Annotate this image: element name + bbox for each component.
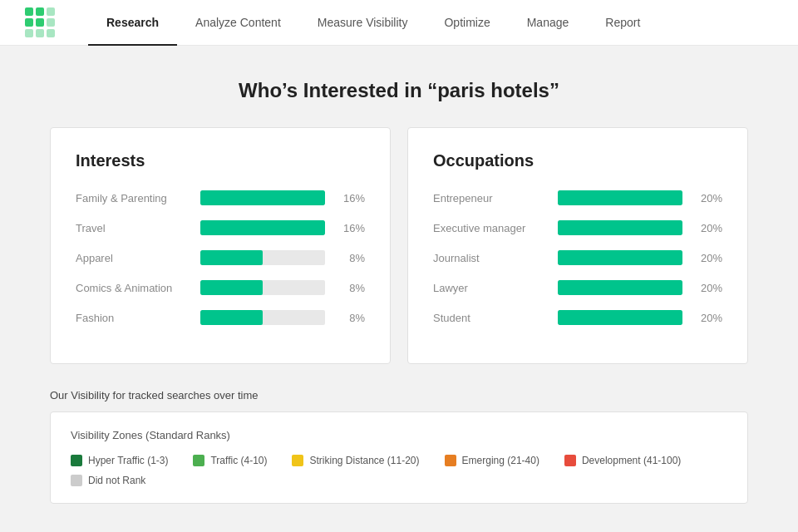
bar-track — [200, 310, 325, 325]
nav-item-research[interactable]: Research — [88, 0, 177, 46]
bar-row: Travel16% — [76, 220, 365, 235]
bar-fill — [558, 220, 682, 235]
legend-label-hyper-traffic: Hyper Traffic (1-3) — [88, 455, 168, 466]
visibility-above-label: Our Visibility for tracked searches over… — [50, 389, 748, 401]
bar-pct-label: 20% — [691, 312, 722, 324]
legend-dot-emerging — [445, 455, 456, 466]
bar-track — [558, 190, 682, 205]
bar-fill — [200, 310, 263, 325]
legend-dot-hyper-traffic — [71, 455, 82, 466]
bar-row: Journalist20% — [433, 250, 722, 265]
legend-label-development: Development (41-100) — [582, 455, 681, 466]
bar-label: Journalist — [433, 252, 558, 264]
logo-dot — [25, 7, 33, 16]
nav-link-analyze-content[interactable]: Analyze Content — [177, 0, 299, 46]
bar-track — [558, 310, 682, 325]
bar-row: Comics & Animation8% — [76, 280, 365, 295]
bar-fill — [558, 250, 682, 265]
bar-pct-label: 20% — [691, 222, 722, 234]
legend-item-emerging: Emerging (21-40) — [445, 455, 539, 466]
logo-dot — [36, 7, 44, 16]
bar-fill — [200, 220, 325, 235]
visibility-section: Visibility Zones (Standard Ranks) Hyper … — [50, 411, 748, 504]
nav-link-measure-visibility[interactable]: Measure Visibility — [299, 0, 426, 46]
legend-label-emerging: Emerging (21-40) — [462, 455, 539, 466]
logo-dot — [36, 29, 44, 37]
bar-label: Fashion — [76, 312, 200, 324]
bar-pct-label: 8% — [333, 252, 365, 264]
page-title: Who’s Interested in “paris hotels” — [50, 79, 748, 102]
nav-item-analyze-content[interactable]: Analyze Content — [177, 0, 299, 46]
bar-label: Lawyer — [433, 282, 558, 294]
legend-dot-striking-distance — [292, 455, 303, 466]
bar-track — [200, 280, 325, 295]
legend-item-hyper-traffic: Hyper Traffic (1-3) — [71, 455, 168, 466]
legend-label-traffic: Traffic (4-10) — [210, 455, 267, 466]
nav-link-report[interactable]: Report — [587, 0, 658, 46]
bar-fill — [558, 310, 682, 325]
bar-pct-label: 8% — [333, 312, 365, 324]
bar-row: Lawyer20% — [433, 280, 722, 295]
bar-label: Travel — [76, 222, 200, 234]
nav-item-optimize[interactable]: Optimize — [426, 0, 508, 46]
bar-label: Student — [433, 312, 558, 324]
interests-bars: Family & Parenting16%Travel16%Apparel8%C… — [76, 190, 365, 325]
bar-track — [558, 250, 682, 265]
cards-row: Interests Family & Parenting16%Travel16%… — [50, 127, 748, 364]
nav-link-research[interactable]: Research — [88, 0, 177, 46]
occupations-card-title: Occupations — [433, 151, 722, 170]
bar-label: Apparel — [76, 252, 200, 264]
legend-row: Hyper Traffic (1-3)Traffic (4-10)Strikin… — [71, 455, 727, 486]
bar-fill — [558, 190, 682, 205]
legend-item-traffic: Traffic (4-10) — [193, 455, 267, 466]
bar-label: Executive manager — [433, 222, 558, 234]
legend-dot-traffic — [193, 455, 204, 466]
legend-label-striking-distance: Striking Distance (11-20) — [309, 455, 419, 466]
occupations-bars: Entrepeneur20%Executive manager20%Journa… — [433, 190, 722, 325]
bar-pct-label: 8% — [333, 282, 365, 294]
bar-track — [200, 220, 325, 235]
interests-card: Interests Family & Parenting16%Travel16%… — [50, 127, 391, 364]
nav-item-manage[interactable]: Manage — [509, 0, 588, 46]
logo — [25, 7, 55, 37]
legend-dot-did-not-rank — [71, 475, 82, 486]
logo-dot — [47, 18, 55, 27]
bar-label: Comics & Animation — [76, 282, 200, 294]
bar-pct-label: 16% — [333, 192, 365, 204]
bar-row: Family & Parenting16% — [76, 190, 365, 205]
logo-dot — [25, 18, 33, 27]
legend-item-development: Development (41-100) — [564, 455, 681, 466]
nav-link-manage[interactable]: Manage — [509, 0, 588, 46]
legend-dot-development — [564, 455, 576, 466]
bar-pct-label: 20% — [691, 282, 722, 294]
bar-track — [200, 190, 325, 205]
nav-links: ResearchAnalyze ContentMeasure Visibilit… — [88, 0, 658, 46]
bar-row: Apparel8% — [76, 250, 365, 265]
bar-fill — [200, 250, 263, 265]
bar-track — [200, 250, 325, 265]
bar-row: Fashion8% — [76, 310, 365, 325]
nav-item-measure-visibility[interactable]: Measure Visibility — [299, 0, 426, 46]
bar-fill — [558, 280, 682, 295]
nav-link-optimize[interactable]: Optimize — [426, 0, 508, 46]
logo-dot — [25, 29, 33, 37]
bar-fill — [200, 190, 325, 205]
bar-row: Entrepeneur20% — [433, 190, 722, 205]
bar-pct-label: 20% — [691, 252, 722, 264]
legend-label-did-not-rank: Did not Rank — [88, 475, 145, 486]
logo-dot — [47, 7, 55, 16]
bar-pct-label: 20% — [691, 192, 722, 204]
bar-track — [558, 220, 682, 235]
logo-dot — [47, 29, 55, 37]
nav-item-report[interactable]: Report — [587, 0, 658, 46]
bar-row: Executive manager20% — [433, 220, 722, 235]
bar-pct-label: 16% — [333, 222, 365, 234]
bar-track — [558, 280, 682, 295]
bar-label: Entrepeneur — [433, 192, 558, 204]
bar-row: Student20% — [433, 310, 722, 325]
bar-label: Family & Parenting — [76, 192, 200, 204]
occupations-card: Occupations Entrepeneur20%Executive mana… — [407, 127, 748, 364]
main-content: Who’s Interested in “paris hotels” Inter… — [0, 46, 798, 529]
legend-item-striking-distance: Striking Distance (11-20) — [292, 455, 419, 466]
main-nav: ResearchAnalyze ContentMeasure Visibilit… — [0, 0, 798, 46]
